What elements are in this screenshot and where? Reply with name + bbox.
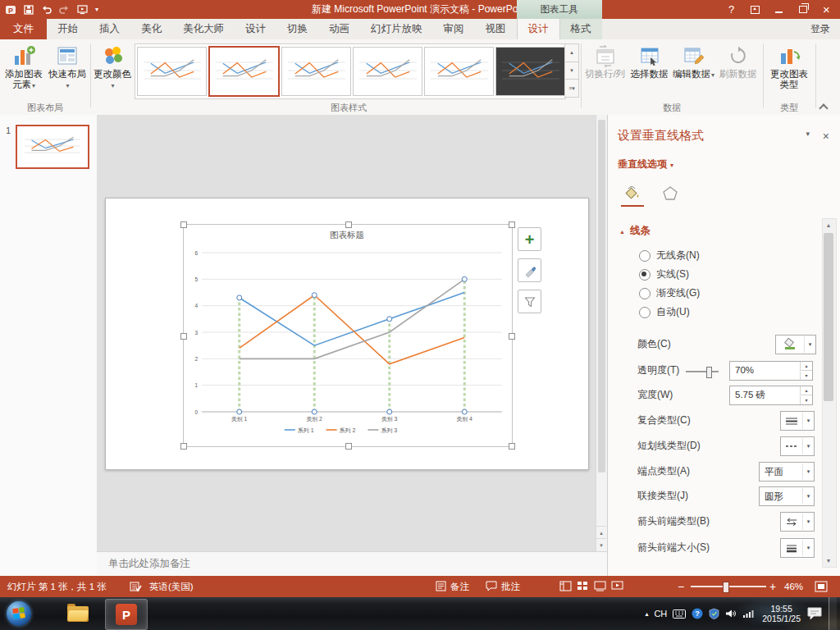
chart-style-5[interactable] xyxy=(424,47,494,96)
chart-filters-button[interactable] xyxy=(518,290,541,313)
next-slide-icon[interactable]: ▾ xyxy=(596,538,606,551)
dash-type-dropdown[interactable]: ▾ xyxy=(780,436,815,456)
qat-customize-icon[interactable]: ▾ xyxy=(95,3,98,16)
tab-4[interactable]: 美化大师 xyxy=(172,19,235,39)
join-type-dropdown[interactable]: 圆形 ▾ xyxy=(759,486,815,506)
tab-7[interactable]: 动画 xyxy=(318,19,360,39)
slide-editing-area[interactable]: 图表标题0123456类别 1类别 2类别 3类别 4系列 1系列 2系列 3 … xyxy=(97,115,607,551)
radio-option-3[interactable]: 渐变线(G) xyxy=(639,284,700,303)
taskbar-powerpoint-button[interactable]: P xyxy=(105,599,148,630)
powerpoint-icon[interactable]: P xyxy=(5,3,16,16)
scrollbar-thumb[interactable] xyxy=(598,120,605,472)
zoom-level[interactable]: 46% xyxy=(784,576,803,597)
chart-selection-handle[interactable] xyxy=(509,443,515,450)
undo-icon[interactable] xyxy=(41,3,52,16)
spin-up-icon[interactable]: ▴ xyxy=(800,386,812,395)
notes-area[interactable]: 单击此处添加备注 xyxy=(97,551,607,577)
tab-1[interactable]: 开始 xyxy=(47,19,89,39)
tab-file[interactable]: 文件 xyxy=(0,19,47,39)
chart-style-2[interactable] xyxy=(208,46,280,97)
gallery-scroll-up-icon[interactable]: ▴ xyxy=(564,43,579,62)
message-bubble-icon[interactable] xyxy=(806,606,823,621)
spin-up-icon[interactable]: ▴ xyxy=(800,362,812,371)
zoom-in-icon[interactable]: + xyxy=(769,576,776,597)
chart-elements-button[interactable]: + xyxy=(518,227,541,251)
comments-icon[interactable] xyxy=(486,581,497,591)
tab-6[interactable]: 切换 xyxy=(276,19,318,39)
arrow-begin-type-dropdown[interactable]: ▾ xyxy=(780,512,815,532)
chart-styles-button[interactable] xyxy=(518,258,541,282)
slide-canvas[interactable]: 图表标题0123456类别 1类别 2类别 3类别 4系列 1系列 2系列 3 … xyxy=(105,198,589,470)
cap-type-dropdown[interactable]: 平面 ▾ xyxy=(759,462,815,482)
normal-view-icon[interactable] xyxy=(559,581,572,591)
width-value[interactable]: 5.75 磅 xyxy=(735,386,765,403)
line-color-button[interactable]: ▾ xyxy=(775,335,816,354)
slide-sorter-view-icon[interactable] xyxy=(577,581,589,591)
scroll-down-icon[interactable]: ▼ xyxy=(823,555,834,567)
transparency-slider[interactable] xyxy=(686,366,719,377)
radio-option-2[interactable]: 实线(S) xyxy=(639,265,700,284)
restore-icon[interactable] xyxy=(791,0,815,19)
chart-area[interactable]: 图表标题0123456类别 1类别 2类别 3类别 4系列 1系列 2系列 3 xyxy=(184,225,512,445)
fit-to-window-icon[interactable] xyxy=(815,581,828,592)
compound-type-dropdown[interactable]: ▾ xyxy=(780,411,815,431)
volume-icon[interactable] xyxy=(725,609,737,619)
tab-9[interactable]: 审阅 xyxy=(433,19,475,39)
zoom-slider[interactable] xyxy=(691,586,766,587)
refresh-data-button[interactable]: 刷新数据 xyxy=(716,41,760,103)
pane-target-selector[interactable]: 垂直线选项▾ xyxy=(618,158,673,171)
pane-scrollbar[interactable]: ▲ ▼ xyxy=(822,218,837,568)
chart-selection-handle[interactable] xyxy=(509,333,515,340)
chart-plot[interactable]: 图表标题0123456类别 1类别 2类别 3类别 4系列 1系列 2系列 3 xyxy=(184,225,510,445)
chart-selection-handle[interactable] xyxy=(345,221,352,228)
tab-3[interactable]: 美化 xyxy=(130,19,172,39)
chart-style-6[interactable] xyxy=(495,47,565,96)
spin-down-icon[interactable]: ▾ xyxy=(800,372,812,380)
network-icon[interactable] xyxy=(742,609,754,619)
switch-row-column-button[interactable]: 切换行/列 xyxy=(583,41,627,103)
radio-circle[interactable] xyxy=(639,307,651,318)
taskbar-clock[interactable]: 19:55 2015/1/25 xyxy=(762,604,801,623)
signin-link[interactable]: 登录 xyxy=(810,19,830,39)
ime-indicator[interactable]: CH xyxy=(654,609,667,619)
minimize-icon[interactable] xyxy=(767,0,791,19)
language-indicator[interactable]: 英语(美国) xyxy=(149,576,194,597)
security-shield-icon[interactable] xyxy=(709,608,719,619)
chart-style-3[interactable] xyxy=(281,47,351,96)
change-chart-type-button[interactable]: 更改图表类型 xyxy=(766,41,812,103)
scroll-up-icon[interactable]: ▲ xyxy=(823,219,834,231)
radio-circle[interactable] xyxy=(639,288,651,299)
save-icon[interactable] xyxy=(24,3,34,16)
collapse-ribbon-icon[interactable] xyxy=(815,101,832,112)
scrollbar-thumb[interactable] xyxy=(824,233,833,401)
chart-selection-handle[interactable] xyxy=(180,333,187,340)
notes-icon[interactable] xyxy=(436,581,446,591)
comments-toggle[interactable]: 批注 xyxy=(501,576,520,597)
help-icon[interactable]: ? xyxy=(719,0,743,19)
add-chart-element-button[interactable]: 添加图表元素▾ xyxy=(2,41,45,103)
chart-style-4[interactable] xyxy=(353,47,422,96)
radio-circle[interactable] xyxy=(639,269,651,281)
slider-track[interactable] xyxy=(686,371,719,372)
show-desktop-button[interactable] xyxy=(829,597,837,630)
zoom-out-icon[interactable]: − xyxy=(678,576,684,597)
pane-options-chevron-icon[interactable]: ▾ xyxy=(806,130,810,138)
chart-selection-handle[interactable] xyxy=(180,443,187,450)
slide-thumbnail[interactable] xyxy=(16,125,89,169)
vertical-scrollbar[interactable]: ▴ ▾ xyxy=(596,115,607,551)
start-slideshow-icon[interactable] xyxy=(77,3,88,16)
quick-layout-button[interactable]: 快速布局▾ xyxy=(47,41,88,103)
spin-down-icon[interactable]: ▾ xyxy=(800,396,812,404)
width-spinner[interactable]: 5.75 磅 ▴ ▾ xyxy=(729,386,813,405)
transparency-spinner[interactable]: 70% ▴ ▾ xyxy=(729,361,813,381)
slideshow-view-icon[interactable] xyxy=(611,581,623,591)
gallery-scroll-down-icon[interactable]: ▾ xyxy=(564,62,579,80)
help-icon[interactable]: ? xyxy=(692,608,703,619)
tray-expand-icon[interactable]: ▴ xyxy=(645,610,648,618)
tab-10[interactable]: 视图 xyxy=(475,19,517,39)
chart-selection-handle[interactable] xyxy=(509,221,515,228)
chart-object[interactable]: 图表标题0123456类别 1类别 2类别 3类别 4系列 1系列 2系列 3 xyxy=(183,224,513,447)
edit-data-button[interactable]: 编辑数据▾ xyxy=(672,41,715,103)
start-button[interactable] xyxy=(7,601,31,626)
tab-contextual-2[interactable]: 格式 xyxy=(560,19,602,39)
